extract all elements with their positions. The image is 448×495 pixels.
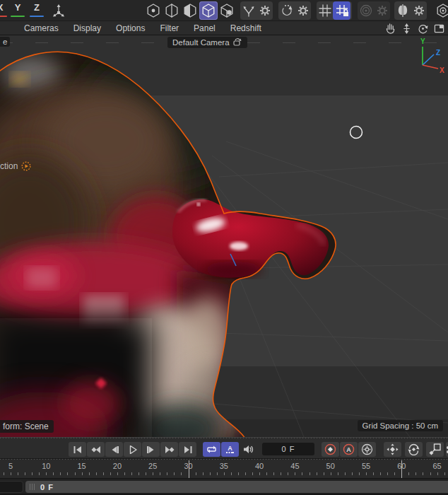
axis-lock-x-button[interactable]: X xyxy=(0,2,8,19)
coordinate-settings-button[interactable] xyxy=(257,1,273,20)
transport-bar: A 0 F A xyxy=(0,437,448,458)
autokey-range-button[interactable]: A xyxy=(221,442,239,457)
previous-frame-button[interactable] xyxy=(105,442,123,457)
ruler-frame-tick xyxy=(167,472,167,475)
grid-lock-button[interactable] xyxy=(333,1,350,20)
menu-panel[interactable]: Panel xyxy=(194,23,216,33)
range-start-label: 0 F xyxy=(40,483,54,491)
record-rotation-button[interactable] xyxy=(405,442,423,457)
next-frame-button[interactable] xyxy=(142,442,160,457)
orbit-rotate-icon xyxy=(418,23,428,34)
ruler-frame-tick xyxy=(146,472,146,475)
ruler-frame-tick xyxy=(46,472,47,475)
ruler-frame-tick xyxy=(288,472,288,475)
record-position-button[interactable] xyxy=(384,442,401,457)
axis-x-underline xyxy=(0,16,7,17)
camera-label[interactable]: Default Camera xyxy=(167,37,247,48)
ruler-frame-label: 5 xyxy=(8,462,13,470)
ruler-frame-tick xyxy=(245,472,246,475)
menu-filter[interactable]: Filter xyxy=(160,23,179,33)
axes-arrows-icon xyxy=(242,4,255,17)
grid-spacing-hud: Grid Spacing : 50 cm xyxy=(358,420,443,431)
viewmode-shaded-cube-button[interactable] xyxy=(199,1,218,20)
orbit-button[interactable] xyxy=(417,23,429,35)
gizmo-x-label: X xyxy=(440,66,444,74)
ruler-frame-tick xyxy=(124,472,125,475)
gear-icon xyxy=(377,5,388,16)
range-grip-handle[interactable] xyxy=(30,484,35,490)
go-to-end-button[interactable] xyxy=(179,442,196,457)
timeline-range-slider[interactable]: 0 F xyxy=(25,481,448,493)
viewmode-dot-button[interactable] xyxy=(144,1,163,20)
hexagon-target-button[interactable] xyxy=(434,1,448,20)
maximize-view-button[interactable] xyxy=(433,23,445,35)
play-button[interactable] xyxy=(124,442,141,457)
gear-icon xyxy=(297,5,309,16)
timeline-ruler[interactable]: 5101520253035404550556065 xyxy=(0,458,448,478)
dolly-button[interactable] xyxy=(401,23,413,35)
sound-button[interactable] xyxy=(240,442,257,457)
keyframe-settings-button[interactable] xyxy=(358,442,376,457)
symmetry-button[interactable] xyxy=(394,1,411,20)
selection-play-icon[interactable] xyxy=(21,161,31,171)
axis-lock-y-button[interactable]: Y xyxy=(9,2,26,19)
ruler-frame-tick xyxy=(89,472,90,475)
current-frame-field[interactable]: 0 F xyxy=(262,443,314,455)
ruler-frame-tick xyxy=(352,472,353,475)
hexagon-target-icon xyxy=(435,3,448,18)
svg-text:A: A xyxy=(228,445,232,452)
go-to-start-button[interactable] xyxy=(69,442,86,457)
edge-label-text: e xyxy=(3,37,7,46)
autokeying-button[interactable]: A xyxy=(340,442,358,457)
ruler-frame-tick xyxy=(387,472,388,475)
axes-arrows-button[interactable] xyxy=(240,1,257,20)
hexagon-dot-icon xyxy=(146,3,161,18)
concentric-target-button[interactable] xyxy=(358,1,374,20)
svg-text:A: A xyxy=(346,446,351,453)
menu-redshift[interactable]: Redshift xyxy=(230,23,261,33)
ruler-frame-tick xyxy=(60,472,61,475)
rotation-snap-button[interactable] xyxy=(278,1,295,20)
record-keyframe-button[interactable] xyxy=(322,442,339,457)
ruler-frame-tick xyxy=(302,472,302,475)
viewmode-isoline-button[interactable] xyxy=(163,1,181,20)
axis-gizmo[interactable]: Y Z X xyxy=(406,37,447,78)
menu-cameras[interactable]: Cameras xyxy=(24,23,59,33)
target-settings-button[interactable] xyxy=(374,1,390,20)
gizmo-y-label: Y xyxy=(420,37,425,45)
menu-options[interactable]: Options xyxy=(116,23,145,33)
viewmode-cube-sphere-button[interactable] xyxy=(218,1,236,20)
move-axes-tool-button[interactable] xyxy=(49,1,68,20)
grid-snap-button[interactable] xyxy=(317,1,333,20)
viewport-3d[interactable]: Default Camera e ction form: Scene Grid … xyxy=(0,35,448,437)
symmetry-settings-button[interactable] xyxy=(411,1,427,20)
ruler-frame-tick xyxy=(103,472,104,475)
ruler-frame-tick xyxy=(174,472,175,475)
ruler-frame-label: 25 xyxy=(148,462,157,470)
ruler-frame-tick xyxy=(117,472,118,475)
ruler-frame-label: 20 xyxy=(113,462,122,470)
timeline-range-row: 0 F xyxy=(0,478,448,495)
ruler-frame-label: 10 xyxy=(42,462,50,470)
viewport-menubar: Cameras Display Options Filter Panel Red… xyxy=(0,21,448,35)
record-scale-button[interactable] xyxy=(426,442,444,457)
loop-mode-button[interactable] xyxy=(203,442,220,457)
viewport-render xyxy=(0,35,448,437)
viewmode-halfshade-button[interactable] xyxy=(181,1,199,20)
ruler-frame-tick xyxy=(39,472,40,475)
pan-hand-button[interactable] xyxy=(384,23,396,35)
ruler-frame-tick xyxy=(366,472,367,475)
ruler-frame-label: 65 xyxy=(432,462,441,470)
cube-icon xyxy=(201,3,216,18)
menu-display[interactable]: Display xyxy=(73,23,101,33)
axis-lock-z-label: Z xyxy=(34,2,40,13)
next-key-button[interactable] xyxy=(160,442,178,457)
ruler-frame-tick xyxy=(266,472,267,475)
axis-lock-z-button[interactable]: Z xyxy=(28,2,45,19)
ruler-frame-tick xyxy=(273,472,274,475)
ruler-frame-tick xyxy=(203,472,204,475)
rotation-snap-settings-button[interactable] xyxy=(295,1,311,20)
range-start-field[interactable] xyxy=(0,481,23,493)
previous-key-button[interactable] xyxy=(87,442,105,457)
ruler-frame-label: 35 xyxy=(220,462,228,470)
